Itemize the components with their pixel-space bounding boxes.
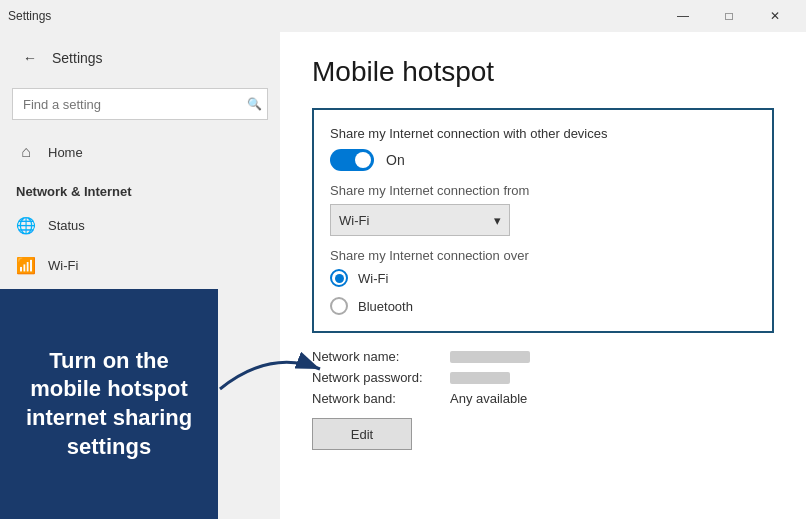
radio-bluetooth[interactable]: Bluetooth <box>330 297 756 315</box>
info-section: Network name: Network password: Network … <box>312 349 774 406</box>
network-band-value: Any available <box>450 391 527 406</box>
network-name-key: Network name: <box>312 349 442 364</box>
title-bar-left: Settings <box>8 9 51 23</box>
home-icon: ⌂ <box>16 142 36 162</box>
radio-wifi[interactable]: Wi-Fi <box>330 269 756 287</box>
title-bar: Settings — □ ✕ <box>0 0 806 32</box>
annotation-arrow <box>210 339 330 399</box>
sidebar-item-home[interactable]: ⌂ Home <box>0 132 280 172</box>
close-button[interactable]: ✕ <box>752 0 798 32</box>
share-over-label: Share my Internet connection over <box>330 248 756 263</box>
network-name-value-blurred <box>450 351 530 363</box>
edit-button[interactable]: Edit <box>312 418 412 450</box>
dropdown-value: Wi-Fi <box>339 213 369 228</box>
chevron-down-icon: ▾ <box>494 213 501 228</box>
back-icon: ← <box>23 50 37 66</box>
sidebar-item-wifi[interactable]: 📶 Wi-Fi <box>0 245 280 285</box>
annotation-box: Turn on the mobile hotspot internet shar… <box>0 289 218 519</box>
minimize-button[interactable]: — <box>660 0 706 32</box>
radio-bluetooth-label: Bluetooth <box>358 299 413 314</box>
network-band-row: Network band: Any available <box>312 391 774 406</box>
sidebar-item-home-label: Home <box>48 145 83 160</box>
share-over-radio-group: Wi-Fi Bluetooth <box>330 269 756 315</box>
share-internet-label: Share my Internet connection with other … <box>330 126 756 141</box>
main-panel: Mobile hotspot Share my Internet connect… <box>280 32 806 519</box>
network-password-row: Network password: <box>312 370 774 385</box>
network-password-value-blurred <box>450 372 510 384</box>
search-box: 🔍 <box>12 88 268 120</box>
title-bar-controls: — □ ✕ <box>660 0 798 32</box>
annotation-text: Turn on the mobile hotspot internet shar… <box>16 347 202 461</box>
radio-wifi-label: Wi-Fi <box>358 271 388 286</box>
network-password-key: Network password: <box>312 370 442 385</box>
sidebar-app-title: Settings <box>52 50 103 66</box>
hotspot-toggle[interactable] <box>330 149 374 171</box>
share-from-dropdown[interactable]: Wi-Fi ▾ <box>330 204 510 236</box>
status-icon: 🌐 <box>16 215 36 235</box>
sidebar-item-status[interactable]: 🌐 Status <box>0 205 280 245</box>
radio-bluetooth-circle <box>330 297 348 315</box>
page-title: Mobile hotspot <box>312 56 774 88</box>
share-from-label: Share my Internet connection from <box>330 183 756 198</box>
wifi-icon: 📶 <box>16 255 36 275</box>
section-label: Network & Internet <box>0 172 280 205</box>
toggle-thumb <box>355 152 371 168</box>
radio-wifi-circle <box>330 269 348 287</box>
share-over-section: Share my Internet connection over Wi-Fi … <box>330 248 756 315</box>
hotspot-settings-box: Share my Internet connection with other … <box>312 108 774 333</box>
sidebar-header: ← Settings <box>0 32 280 84</box>
search-icon: 🔍 <box>247 97 262 111</box>
toggle-state-label: On <box>386 152 405 168</box>
share-from-section: Share my Internet connection from Wi-Fi … <box>330 183 756 236</box>
maximize-button[interactable]: □ <box>706 0 752 32</box>
network-band-key: Network band: <box>312 391 442 406</box>
toggle-row: On <box>330 149 756 171</box>
back-button[interactable]: ← <box>16 44 44 72</box>
app-title: Settings <box>8 9 51 23</box>
network-name-row: Network name: <box>312 349 774 364</box>
search-input[interactable] <box>12 88 268 120</box>
sidebar-item-wifi-label: Wi-Fi <box>48 258 78 273</box>
sidebar-item-status-label: Status <box>48 218 85 233</box>
